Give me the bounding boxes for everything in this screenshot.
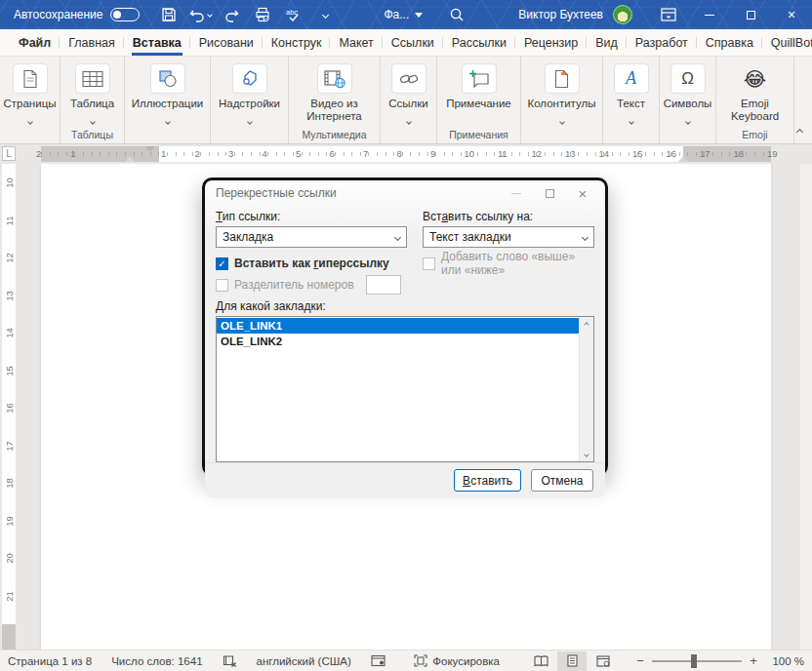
group-emoji: 😂 EmojiKeyboard Emoji (716, 57, 794, 143)
links-button[interactable] (391, 63, 426, 94)
more-commands-chevron[interactable] (312, 4, 338, 25)
dialog-title-bar[interactable]: Перекрестные ссылки × (205, 180, 605, 206)
bookmark-listbox[interactable]: OLE_LINK1OLE_LINK2 (216, 316, 594, 462)
above-below-checkbox[interactable]: Добавить слово «выше» или «ниже» (423, 256, 594, 271)
zoom-out-button[interactable]: − (632, 653, 648, 668)
avatar[interactable] (613, 5, 632, 24)
save-icon[interactable] (156, 4, 182, 25)
document-title[interactable]: Фа... (384, 8, 423, 21)
print-icon[interactable] (250, 4, 275, 25)
vertical-ruler[interactable]: 10111213141516171819202122 (2, 164, 16, 650)
redo-button[interactable] (219, 4, 244, 25)
first-line-indent-marker[interactable] (145, 146, 155, 152)
tab-insert[interactable]: Вставка (124, 29, 190, 56)
emoji-keyboard-button[interactable]: 😂 (738, 63, 773, 94)
text-button[interactable]: A (614, 63, 649, 94)
group-label-emoji: Emoji (716, 129, 793, 140)
zoom-slider[interactable] (652, 660, 742, 662)
tab-draw[interactable]: Рисовани (190, 29, 263, 56)
dialog-maximize-icon[interactable] (533, 182, 566, 204)
illustrations-button[interactable] (150, 63, 185, 94)
pages-chevron[interactable] (28, 113, 32, 127)
table-chevron[interactable] (91, 113, 95, 127)
links-chevron[interactable] (407, 113, 411, 127)
macro-recording-icon[interactable] (371, 654, 386, 667)
focus-mode-button[interactable]: Фокусировка (414, 654, 500, 667)
tab-review[interactable]: Рецензир (515, 29, 587, 56)
tab-mailings[interactable]: Рассылки (443, 29, 515, 56)
maximize-button[interactable] (730, 0, 771, 29)
tab-selector[interactable]: L (2, 146, 16, 161)
symbols-button[interactable]: Ω (670, 63, 706, 94)
hanging-indent-marker[interactable] (125, 156, 135, 162)
group-pages: Страницы (0, 57, 61, 143)
tab-design[interactable]: Конструк (263, 29, 331, 56)
spelling-icon[interactable]: abc (281, 4, 306, 25)
dialog-footer: Вставить Отмена (205, 462, 605, 497)
listbox-scrollbar[interactable] (579, 317, 593, 461)
tab-developer[interactable]: Разработ (627, 29, 697, 56)
table-button[interactable] (75, 63, 110, 94)
reference-type-combobox[interactable]: Закладка (216, 226, 407, 248)
tab-references[interactable]: Ссылки (383, 29, 443, 56)
undo-dropdown-chevron[interactable] (207, 12, 213, 18)
scroll-down-icon[interactable] (580, 447, 593, 461)
ruler-number: 11 (4, 215, 15, 226)
insert-as-hyperlink-checkbox[interactable]: ✓ Вставить как гиперссылку (216, 256, 407, 271)
read-mode-button[interactable] (526, 651, 555, 671)
tab-file[interactable]: Файл (10, 29, 60, 56)
page-indicator[interactable]: Страница 1 из 8 (8, 655, 92, 667)
vertical-scrollbar[interactable] (800, 164, 812, 650)
tab-quillbot[interactable]: QuillBot (762, 29, 812, 56)
user-name[interactable]: Виктор Бухтеев (518, 8, 603, 21)
insert-button[interactable]: Вставить (454, 469, 521, 492)
ruler-number: 13 (565, 148, 576, 159)
bookmark-item[interactable]: OLE_LINK1 (217, 318, 579, 334)
tab-home[interactable]: Главная (60, 29, 124, 56)
addins-chevron[interactable] (248, 113, 252, 127)
cancel-button[interactable]: Отмена (531, 469, 593, 492)
table-label: Таблица (70, 98, 114, 110)
comment-button[interactable] (462, 63, 497, 94)
print-layout-button[interactable] (557, 651, 587, 671)
minimize-button[interactable] (689, 0, 730, 29)
dialog-close-icon[interactable]: × (566, 182, 599, 204)
web-layout-button[interactable] (589, 651, 618, 671)
close-button[interactable]: × (771, 0, 812, 29)
number-separator-checkbox[interactable]: Разделитель номеров (216, 277, 407, 293)
combobox-chevron-icon (394, 233, 401, 240)
ruler-number: 14 (599, 148, 610, 159)
proofing-errors-icon[interactable] (223, 654, 237, 667)
ruler-number: 20 (4, 553, 15, 565)
word-count[interactable]: Число слов: 1641 (111, 655, 202, 667)
text-chevron[interactable] (629, 113, 633, 127)
collapse-ribbon-chevron[interactable] (797, 124, 802, 138)
zoom-in-button[interactable]: + (746, 653, 761, 668)
tab-layout[interactable]: Макет (330, 29, 382, 56)
autosave-toggle[interactable] (110, 8, 140, 21)
tab-help[interactable]: Справка (697, 29, 762, 56)
symbols-chevron[interactable] (686, 113, 690, 127)
zoom-percentage[interactable]: 100 % (761, 655, 804, 667)
horizontal-ruler[interactable]: 21 12345678910111213141516171819 (41, 146, 771, 162)
header-footer-chevron[interactable] (560, 113, 564, 127)
right-indent-marker[interactable] (678, 156, 688, 162)
undo-button[interactable] (187, 4, 213, 25)
tab-view[interactable]: Вид (587, 29, 627, 56)
search-icon[interactable] (444, 4, 469, 25)
language-indicator[interactable]: английский (США) (257, 655, 351, 667)
ruler-number: 19 (4, 515, 15, 527)
online-video-button[interactable] (317, 63, 352, 94)
ribbon-display-options-icon[interactable] (648, 0, 689, 29)
number-separator-input[interactable] (366, 275, 401, 295)
header-footer-button[interactable] (545, 63, 580, 94)
bookmark-item[interactable]: OLE_LINK2 (217, 334, 579, 349)
addins-button[interactable] (232, 63, 267, 94)
scroll-up-icon[interactable] (580, 317, 593, 332)
above-below-checkbox-label: Добавить слово «выше» или «ниже» (441, 250, 594, 277)
insert-reference-to-combobox[interactable]: Текст закладки (423, 226, 594, 248)
dialog-minimize-icon[interactable] (500, 182, 533, 204)
illustrations-chevron[interactable] (166, 113, 170, 127)
zoom-slider-handle[interactable] (691, 654, 697, 668)
pages-button[interactable] (13, 63, 48, 94)
